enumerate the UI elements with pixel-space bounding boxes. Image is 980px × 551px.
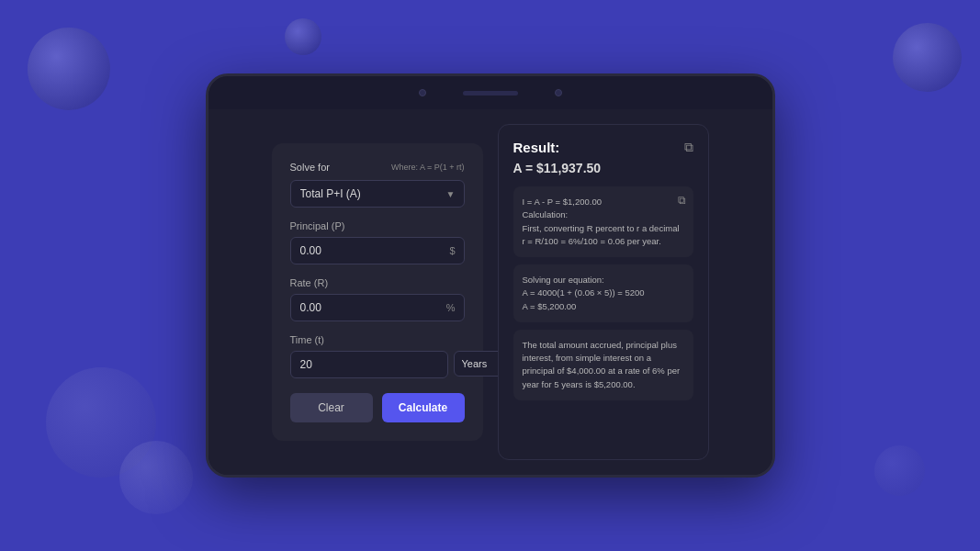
rate-input-wrapper: % <box>290 294 465 321</box>
solve-formula: Where: A = P(1 + rt) <box>391 163 465 172</box>
result-value: A = $11,937.50 <box>513 161 693 175</box>
principal-input-wrapper: $ <box>290 237 465 264</box>
detail1-line3: First, converting R percent to r a decim… <box>523 223 680 233</box>
detail1-line2: Calculation: <box>523 209 569 219</box>
time-input[interactable] <box>290 351 448 378</box>
calculate-button[interactable]: Calculate <box>382 393 465 422</box>
clear-button[interactable]: Clear <box>290 393 373 422</box>
bg-sphere-top-mid <box>285 18 321 55</box>
button-row: Clear Calculate <box>290 393 465 422</box>
detail-copy-icon-1[interactable]: ⧉ <box>678 194 686 207</box>
solve-label: Solve for <box>290 162 330 173</box>
result-title: Result: <box>513 140 560 155</box>
copy-icon[interactable]: ⧉ <box>684 140 693 155</box>
time-input-row: Years Months Days ▼ <box>290 351 465 378</box>
result-header: Result: ⧉ <box>513 140 693 155</box>
rate-input[interactable] <box>290 294 465 321</box>
rate-suffix: % <box>446 302 456 313</box>
result-detail-text-3: The total amount accrued, principal plus… <box>523 339 684 391</box>
detail1-line4: r = R/100 = 6%/100 = 0.06 per year. <box>523 236 661 246</box>
principal-label: Principal (P) <box>290 220 465 231</box>
result-detail-box-3: The total amount accrued, principal plus… <box>513 330 693 400</box>
result-detail-box-1: ⧉ I = A - P = $1,200.00 Calculation: Fir… <box>513 186 693 257</box>
app-content: Solve for Where: A = P(1 + rt) Total P+I… <box>208 109 772 475</box>
calculator-panel: Solve for Where: A = P(1 + rt) Total P+I… <box>272 143 483 441</box>
bg-sphere-top-right <box>893 23 962 92</box>
solve-for-group: Solve for Where: A = P(1 + rt) Total P+I… <box>290 162 465 208</box>
bg-sphere-top-left <box>28 28 110 110</box>
bg-sphere-bottom-right <box>874 445 925 496</box>
result-detail-box-2: Solving our equation: A = 4000(1 + (0.06… <box>513 264 693 322</box>
principal-suffix: $ <box>449 245 455 256</box>
principal-group: Principal (P) $ <box>290 220 465 264</box>
detail2-line1: Solving our equation: <box>523 275 604 285</box>
result-detail-text-2: Solving our equation: A = 4000(1 + (0.06… <box>523 274 684 313</box>
detail1-line1: I = A - P = $1,200.00 <box>523 197 602 207</box>
result-detail-text-1: I = A - P = $1,200.00 Calculation: First… <box>523 196 684 248</box>
solve-header: Solve for Where: A = P(1 + rt) <box>290 162 465 173</box>
tablet-mic <box>555 89 562 96</box>
rate-group: Rate (R) % <box>290 277 465 321</box>
time-group: Time (t) Years Months Days ▼ <box>290 334 465 378</box>
detail2-line3: A = $5,200.00 <box>523 301 577 311</box>
rate-label: Rate (R) <box>290 277 465 288</box>
principal-input[interactable] <box>290 237 465 264</box>
tablet-top-bar <box>208 76 772 109</box>
bg-sphere-bottom-left2 <box>119 441 193 514</box>
result-panel: Result: ⧉ A = $11,937.50 ⧉ I = A - P = $… <box>498 124 709 460</box>
solve-select-wrapper: Total P+I (A) Principal (P) Rate (R) Tim… <box>290 180 465 208</box>
tablet-camera <box>419 89 426 96</box>
tablet-speaker <box>463 91 518 96</box>
tablet-device: Solve for Where: A = P(1 + rt) Total P+I… <box>206 73 775 478</box>
detail2-line2: A = 4000(1 + (0.06 × 5)) = 5200 <box>523 287 645 298</box>
solve-select[interactable]: Total P+I (A) Principal (P) Rate (R) Tim… <box>290 180 465 208</box>
time-label: Time (t) <box>290 334 465 345</box>
